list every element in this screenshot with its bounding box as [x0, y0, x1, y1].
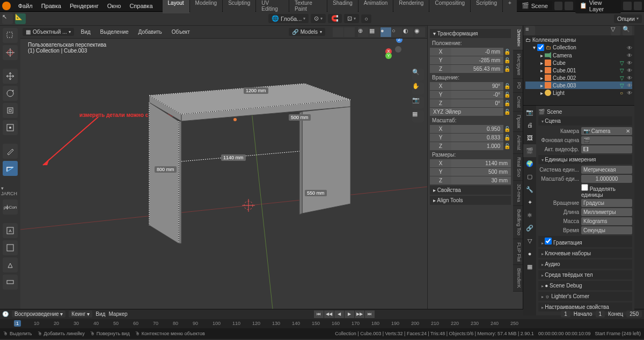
audio-header[interactable]: Аудио — [538, 260, 632, 269]
outliner-display-mode-icon[interactable]: ≡ — [525, 26, 535, 35]
outliner-collection[interactable]: ▾🗀Collection👁 — [525, 43, 632, 51]
npanel-tab-item[interactable]: Элемен — [513, 26, 523, 50]
options-dropdown[interactable]: Опции▾ — [614, 14, 642, 23]
rigidbody-header[interactable]: Среда твёрдых тел — [538, 270, 632, 279]
workspace-tab-animation[interactable]: Animation — [358, 0, 393, 13]
outliner-item-cube[interactable]: ▸Cube▽👁 — [525, 59, 632, 66]
gizmo-center[interactable] — [395, 46, 401, 53]
dim-y-value[interactable]: 500 mm — [451, 168, 511, 176]
scale-x-value[interactable]: 0.950 — [451, 125, 503, 133]
menu-edit[interactable]: Правка — [37, 3, 65, 9]
new-viewlayer-icon[interactable] — [623, 2, 631, 10]
npanel-tab-tool[interactable]: Инструме — [513, 50, 523, 79]
rot-mode-lock[interactable]: 🔓 — [503, 109, 511, 115]
npanel-tab-animat[interactable]: Animat — [513, 132, 523, 154]
measure-tool[interactable] — [3, 161, 18, 176]
camera-field[interactable]: 📷 Camera ✕ — [581, 127, 632, 135]
props-tab-data[interactable]: ▽ — [523, 234, 536, 247]
pivot-dropdown[interactable]: ⊙▾ — [311, 14, 326, 23]
pan-icon[interactable]: ✋ — [412, 83, 424, 94]
scale-x-lock[interactable]: 🔓 — [503, 126, 511, 132]
xray-toggle-icon[interactable]: ▦ — [369, 27, 380, 37]
scene-section-header[interactable]: Сцена — [538, 116, 632, 125]
gravity-header[interactable]: Гравитация — [538, 236, 632, 247]
timeline-view-menu[interactable]: Вид — [96, 311, 105, 317]
shading-wire-icon[interactable]: ○ — [392, 27, 402, 37]
menu-render[interactable]: Рендеринг — [65, 3, 103, 9]
rot-z-lock[interactable]: 🔓 — [503, 100, 511, 106]
viewlayer-selector[interactable]: 📋View Layer — [575, 0, 621, 13]
mode-dropdown[interactable]: ▦Объектный ...▾ — [23, 28, 74, 36]
unitscale-field[interactable]: 1.000000 — [581, 175, 632, 183]
add-menu[interactable]: Добавить — [135, 29, 165, 35]
outliner-item-cube002[interactable]: ▸Cube.002▽👁 — [525, 74, 632, 82]
rot-z-value[interactable]: 0° — [451, 99, 503, 107]
playback-menu[interactable]: Воспроизведение ▾ — [12, 311, 65, 317]
props-tab-physics[interactable]: ⚛ — [523, 209, 536, 221]
scale-z-lock[interactable]: 🔓 — [503, 143, 511, 149]
delete-scene-icon[interactable] — [565, 2, 573, 10]
lighters-corner-header[interactable]: ☼ Lighter's Corner — [538, 292, 632, 301]
zoom-icon[interactable]: 🔍 — [412, 69, 424, 80]
workspace-tab-shading[interactable]: Shading — [327, 0, 358, 13]
scene-breadcrumb[interactable]: Scene — [547, 109, 562, 115]
gizmo-toggle-icon[interactable] — [344, 27, 355, 37]
gravity-checkbox[interactable] — [545, 238, 552, 245]
timeline-marker-menu[interactable]: Маркер — [108, 311, 127, 317]
shading-solid-icon[interactable]: ● — [380, 27, 391, 37]
cursor-tool[interactable] — [3, 45, 18, 60]
scene-debug-header[interactable]: ● Scene Debug — [538, 281, 632, 290]
start-frame-field[interactable]: 1 — [596, 311, 605, 317]
prev-keyframe-button[interactable]: ◀◀ — [324, 311, 334, 318]
models-dropdown[interactable]: 🔗Models▾ — [289, 28, 325, 36]
vis-eye-icon[interactable]: 👁 — [627, 53, 632, 58]
npanel-tab-realsno[interactable]: Real Sno — [513, 154, 523, 181]
keying-menu[interactable]: Кеинг ▾ — [69, 311, 92, 317]
workspace-tab-uv[interactable]: UV Editing — [256, 0, 289, 13]
npanel-tab-3dprint[interactable]: 3D-печа — [513, 181, 523, 206]
select-menu[interactable]: Выделение — [97, 29, 132, 35]
bgscene-field[interactable]: 🎬 — [581, 136, 632, 144]
props-tab-object[interactable]: ▢ — [523, 170, 536, 183]
orientation-dropdown[interactable]: 🌐Глоба...▾ — [268, 14, 309, 23]
delete-viewlayer-icon[interactable] — [634, 2, 642, 10]
vis-eye-icon[interactable]: 👁 — [627, 75, 632, 80]
current-frame-field[interactable]: 1 — [561, 311, 570, 317]
vis-eye-icon[interactable]: 👁 — [627, 60, 632, 65]
scale-tool[interactable] — [3, 103, 18, 118]
annotate-tool[interactable] — [3, 144, 18, 159]
separate-units-checkbox[interactable] — [581, 184, 588, 191]
next-keyframe-button[interactable]: ▶▶ — [355, 311, 364, 318]
timeline-editor-icon[interactable]: 🕐 — [2, 311, 9, 317]
props-tab-scene[interactable]: 🎬 — [523, 144, 536, 157]
workspace-tab-rendering[interactable]: Rendering — [393, 0, 429, 13]
object-menu[interactable]: Объект — [169, 29, 193, 35]
props-tab-constraints[interactable]: 🔗 — [523, 221, 536, 234]
collection-checkbox[interactable] — [537, 44, 544, 51]
properties-subheader[interactable]: ▸ Свойства — [430, 186, 511, 195]
rot-y-value[interactable]: -0° — [451, 91, 503, 99]
shading-rendered-icon[interactable]: ◉ — [414, 27, 425, 37]
props-tab-texture[interactable]: ▦ — [523, 260, 536, 273]
snap-dropdown[interactable]: ⊡▾ — [344, 14, 359, 23]
3d-viewport[interactable]: ▦Объектный ...▾ Вид Выделение Добавить О… — [20, 26, 427, 309]
end-frame-field[interactable]: 250 — [626, 311, 642, 317]
overlay-toggle-icon[interactable]: ⊕ — [358, 27, 369, 37]
mass-unit-dropdown[interactable]: Kilograms — [581, 217, 632, 225]
cursor-tool-icon[interactable]: ↖ — [2, 13, 13, 24]
loc-x-lock[interactable]: 🔓 — [503, 49, 511, 55]
dim-x-value[interactable]: 1140 mm — [451, 159, 511, 167]
play-button[interactable]: ▶ — [345, 311, 354, 318]
jarch-con-tool[interactable]: ρϕCon — [3, 199, 18, 215]
loc-y-lock[interactable]: 🔓 — [503, 57, 511, 63]
workspace-tab-compositing[interactable]: Compositing — [429, 0, 470, 13]
npanel-tab-building[interactable]: Building Too — [513, 206, 523, 239]
npanel-tab-pd[interactable]: PD — [513, 79, 523, 93]
activeclip-field[interactable]: 🎞 — [581, 145, 632, 153]
workspace-tab-scripting[interactable]: Scripting — [471, 0, 502, 13]
transform-header[interactable]: ▾ Трансформация — [430, 29, 511, 38]
rot-mode-dropdown[interactable]: XYZ Эйлер — [430, 108, 503, 116]
measure-tool-header-icon[interactable]: 📐 — [15, 13, 26, 24]
proportional-toggle[interactable]: ○ — [361, 14, 371, 23]
menu-help[interactable]: Справка — [125, 3, 157, 9]
